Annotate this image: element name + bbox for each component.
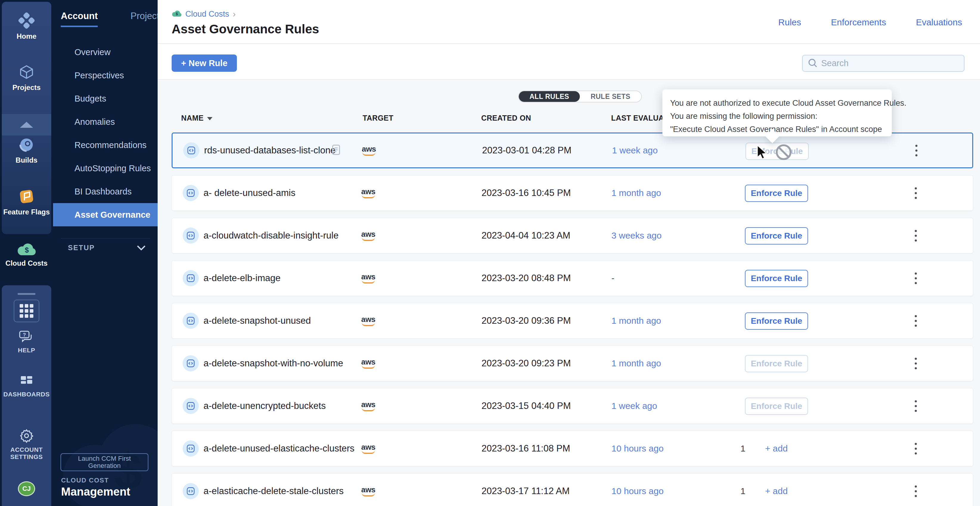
enforcement-cell: 1 + add	[740, 486, 788, 496]
enforcement-cell: 1 + add	[740, 443, 788, 454]
collapse-up-icon	[20, 122, 33, 128]
table-row[interactable]: a- delete-unused-amis aws 2023-03-16 10:…	[172, 175, 973, 211]
aws-smile-icon	[362, 280, 375, 284]
last-evaluated[interactable]: 1 week ago	[612, 145, 658, 155]
enforce-rule-button[interactable]: Enforce Rule	[746, 143, 809, 160]
sidebar-item[interactable]: Perspectives	[53, 64, 158, 87]
aws-logo: aws	[357, 358, 380, 369]
table-row[interactable]: a-delete-unencrypted-buckets aws 2023-03…	[172, 388, 973, 424]
enforce-rule-button[interactable]: Enforce Rule	[745, 185, 808, 202]
aws-smile-icon	[362, 195, 375, 198]
brand-name: Management	[61, 485, 130, 498]
main-content: $ Cloud Costs › Asset Governance Rules R…	[158, 0, 980, 506]
rule-icon	[183, 270, 199, 286]
sidebar-item[interactable]: Overview	[53, 41, 158, 64]
kebab-menu[interactable]	[910, 397, 921, 416]
enforce-rule-button[interactable]: Enforce Rule	[745, 227, 808, 244]
table-row[interactable]: a-delete-snapshot-unused aws 2023-03-20 …	[172, 303, 973, 339]
last-evaluated[interactable]: 1 month ago	[611, 358, 661, 368]
rail-top-panel: Home Projects Builds Fea	[2, 2, 51, 234]
tab-project[interactable]: Project	[130, 11, 158, 27]
feature-flags-icon	[18, 201, 35, 206]
launch-ccm-first-gen-button[interactable]: Launch CCM First Generation	[60, 453, 148, 471]
created-on: 2023-03-16 11:08 PM	[482, 443, 570, 454]
enforce-rule-button[interactable]: Enforce Rule	[745, 312, 808, 330]
kebab-menu[interactable]	[910, 226, 921, 245]
tab-account[interactable]: Account	[61, 11, 98, 27]
enforcement-count[interactable]: 1	[740, 486, 746, 496]
add-enforcement-link[interactable]: + add	[765, 486, 788, 496]
rail-label-builds: Builds	[2, 156, 51, 164]
module-picker-button[interactable]	[14, 300, 39, 322]
last-evaluated[interactable]: 1 week ago	[611, 401, 657, 411]
drag-handle[interactable]	[18, 293, 35, 295]
rule-icon	[183, 398, 199, 414]
table-row[interactable]: a-delete-snapshot-with-no-volume aws 202…	[172, 346, 973, 381]
rule-name: a-delete-unused-elasticache-clusters	[204, 443, 355, 454]
kebab-menu[interactable]	[910, 311, 921, 330]
sidebar-item[interactable]: Recommendations	[53, 133, 158, 157]
table-row[interactable]: a-elasticache-delete-stale-clusters aws …	[172, 473, 973, 506]
last-evaluated[interactable]: -	[611, 273, 614, 283]
enforce-rule-button[interactable]: Enforce Rule	[745, 355, 808, 372]
rail-item-home[interactable]: Home	[2, 12, 51, 41]
last-evaluated[interactable]: 3 weeks ago	[611, 230, 662, 241]
rail-item-account-settings[interactable]: ACCOUNT SETTINGS	[2, 428, 51, 460]
rail-label-dashboards: DASHBOARDS	[2, 391, 51, 398]
kebab-menu[interactable]	[910, 141, 922, 160]
kebab-menu[interactable]	[910, 354, 921, 373]
rail-collapse-band[interactable]	[2, 114, 51, 135]
aws-logo: aws	[357, 145, 380, 156]
enforce-rule-button[interactable]: Enforce Rule	[745, 270, 808, 287]
kebab-menu[interactable]	[910, 482, 921, 501]
aws-logo: aws	[357, 188, 380, 198]
user-avatar[interactable]: CJ	[18, 481, 35, 496]
rule-name: rds-unused-databases-list-clone	[204, 145, 336, 156]
created-on: 2023-03-16 10:45 PM	[482, 188, 571, 198]
table-row[interactable]: a-delete-unused-elasticache-clusters aws…	[172, 431, 973, 466]
rail-label-feature-flags: Feature Flags	[2, 208, 51, 216]
sidebar-setup-toggle[interactable]: SETUP	[68, 244, 146, 252]
tooltip-line: You are missing the following permission…	[670, 109, 884, 123]
last-evaluated[interactable]: 10 hours ago	[611, 486, 663, 496]
rail-label-home: Home	[2, 32, 51, 41]
table-row[interactable]: a-delete-elb-image aws 2023-03-20 08:48 …	[172, 260, 973, 296]
enforcement-count[interactable]: 1	[740, 443, 746, 454]
module-rail: Home Projects Builds Fea	[0, 0, 53, 506]
help-chat-icon: ?	[19, 339, 35, 344]
created-on: 2023-03-20 09:23 PM	[482, 358, 571, 369]
sidebar-item[interactable]: Budgets	[53, 87, 158, 110]
rail-item-builds[interactable]: Builds	[2, 136, 51, 164]
rail-label-settings: SETTINGS	[2, 453, 51, 460]
created-on: 2023-03-15 04:40 PM	[482, 401, 571, 411]
sidebar-item[interactable]: BI Dashboards	[53, 180, 158, 203]
add-enforcement-link[interactable]: + add	[765, 443, 788, 454]
created-on: 2023-03-01 04:28 PM	[482, 145, 571, 156]
rail-item-cloud-costs[interactable]: $ Cloud Costs	[0, 242, 53, 267]
kebab-menu[interactable]	[910, 184, 921, 203]
rail-item-projects[interactable]: Projects	[2, 64, 51, 92]
kebab-menu[interactable]	[910, 269, 921, 288]
last-evaluated[interactable]: 10 hours ago	[611, 443, 663, 454]
table-row[interactable]: rds-unused-databases-list-clone aws 2023…	[172, 133, 973, 168]
last-evaluated[interactable]: 1 month ago	[611, 316, 661, 326]
table-row[interactable]: a-cloudwatch-disable-insight-rule aws 20…	[172, 218, 973, 254]
app-root: Home Projects Builds Fea	[0, 0, 980, 506]
sidebar-item[interactable]: AutoStopping Rules	[53, 157, 158, 180]
rail-item-dashboards[interactable]: DASHBOARDS	[2, 375, 51, 398]
rule-name: a-elasticache-delete-stale-clusters	[204, 486, 344, 496]
kebab-menu[interactable]	[910, 439, 921, 458]
sidebar-item[interactable]: Asset Governance	[53, 203, 158, 226]
enforce-rule-button[interactable]: Enforce Rule	[745, 398, 808, 415]
copy-icon[interactable]	[331, 144, 341, 157]
brand-eyebrow: CLOUD COST	[61, 476, 109, 484]
aws-logo: aws	[357, 401, 380, 411]
rail-item-feature-flags[interactable]: Feature Flags	[2, 188, 51, 216]
rule-name: a-delete-snapshot-unused	[204, 316, 311, 326]
rail-item-help[interactable]: ? HELP	[2, 330, 51, 354]
svg-text:$: $	[25, 246, 29, 254]
last-evaluated[interactable]: 1 month ago	[611, 188, 661, 198]
sidebar-item[interactable]: Anomalies	[53, 110, 158, 133]
svg-text:?: ?	[23, 332, 26, 338]
aws-smile-icon	[362, 152, 375, 156]
